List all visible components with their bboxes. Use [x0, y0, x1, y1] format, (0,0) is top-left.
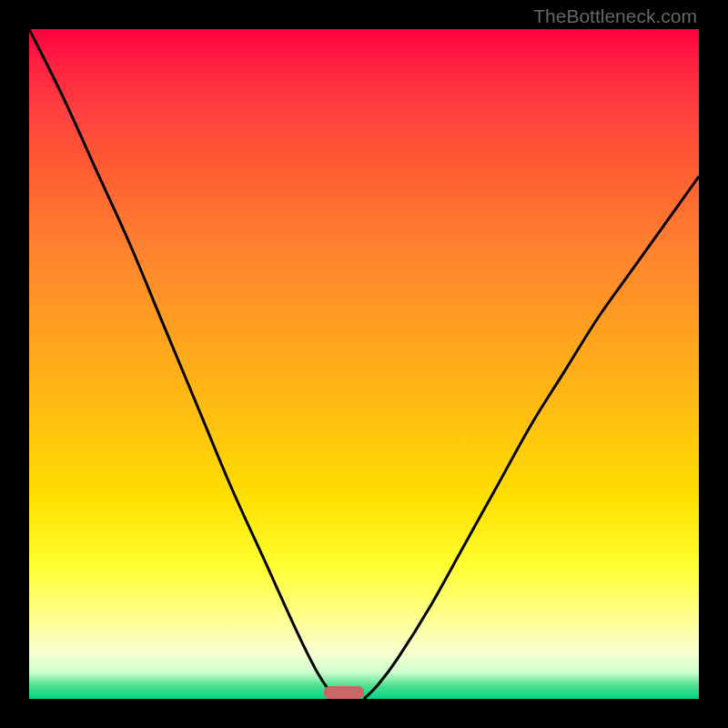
- bottleneck-marker: [324, 686, 364, 699]
- watermark-text: TheBottleneck.com: [533, 5, 697, 27]
- left-curve: [29, 29, 338, 699]
- curve-layer: [29, 29, 699, 699]
- right-curve: [364, 177, 699, 699]
